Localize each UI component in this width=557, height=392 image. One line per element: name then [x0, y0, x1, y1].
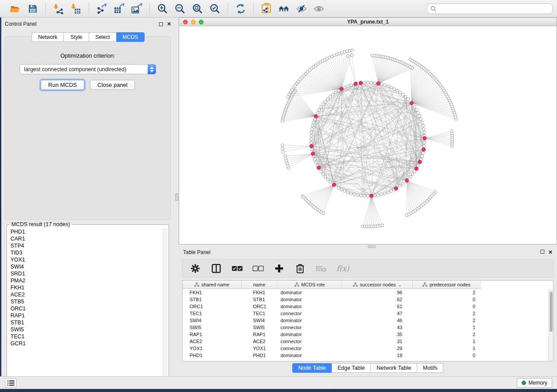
import-network-icon[interactable] — [53, 3, 64, 14]
mcds-result-item[interactable]: ORC1 — [8, 305, 168, 312]
save-session-icon[interactable] — [27, 3, 38, 14]
zoom-out-icon[interactable] — [174, 3, 186, 14]
close-table-panel-icon[interactable]: ✕ — [548, 250, 553, 255]
table-row[interactable]: ORC1ORC1dominator610 — [183, 303, 553, 310]
node-table-header: shared namenameMCDS rolesuccessor nodes⌄… — [183, 281, 553, 289]
mcds-tab-content: Optimization criterion: largest connecte… — [5, 36, 171, 220]
task-history-button[interactable] — [5, 378, 17, 388]
criterion-select[interactable]: largest connected component (undirected) — [20, 64, 156, 74]
hide-graphics-details-icon[interactable] — [296, 3, 307, 14]
mcds-result-item[interactable]: STB5 — [8, 298, 168, 305]
tab-select[interactable]: Select — [89, 32, 116, 42]
table-toolbar: f(x) — [182, 259, 554, 278]
search-input[interactable] — [439, 6, 549, 12]
apply-layout-icon[interactable] — [235, 3, 246, 14]
table-row[interactable]: SWI4SWI4dominator462 — [183, 317, 553, 324]
mcds-result-item[interactable]: SRD1 — [8, 270, 168, 277]
mcds-result-list[interactable]: PHD1CAR1STP4TID3YOX1SWI4SRD1PMA2FKH1ACE2… — [8, 228, 168, 382]
mcds-result-item[interactable]: GCR1 — [8, 340, 168, 347]
mcds-result-title: MCDS result (17 nodes) — [10, 221, 72, 227]
table-panel: Table Panel ✕ — [179, 247, 557, 376]
horizontal-splitter-handle[interactable] — [368, 245, 376, 248]
list-icon — [7, 380, 14, 386]
toolbar-separator — [45, 3, 46, 15]
memory-button[interactable]: Memory — [517, 378, 552, 388]
zoom-fit-icon[interactable] — [192, 3, 203, 14]
run-mcds-button[interactable]: Run MCDS — [41, 80, 84, 90]
mcds-result-item[interactable]: STP4 — [8, 242, 168, 249]
delete-column-icon[interactable] — [294, 263, 306, 274]
vertical-splitter[interactable] — [175, 17, 179, 376]
select-all-rows-icon[interactable] — [232, 263, 243, 274]
table-row[interactable]: STB1STB1dominator620 — [183, 296, 553, 303]
select-stepper-icon — [148, 64, 156, 74]
show-graphics-details-icon[interactable] — [313, 3, 325, 14]
deselect-all-rows-icon[interactable] — [253, 263, 264, 274]
control-panel-tabs: NetworkStyleSelectMCDS — [1, 32, 175, 42]
tab-node-table[interactable]: Node Table — [292, 363, 332, 373]
mcds-result-item[interactable]: PHD1 — [8, 228, 168, 235]
tab-style[interactable]: Style — [63, 32, 89, 42]
delete-table-icon — [315, 263, 327, 274]
import-table-icon[interactable] — [70, 3, 82, 14]
mcds-result-item[interactable]: TEC1 — [8, 333, 168, 340]
tab-mcds[interactable]: MCDS — [116, 32, 145, 42]
add-column-icon[interactable] — [273, 263, 285, 274]
export-table-icon[interactable] — [114, 3, 125, 14]
mcds-result-item[interactable]: TID3 — [8, 249, 168, 256]
mcds-result-item[interactable]: SWI4 — [8, 263, 168, 270]
mcds-result-item[interactable]: YOX1 — [8, 256, 168, 263]
search-field[interactable] — [427, 3, 553, 14]
memory-status-icon — [522, 381, 526, 385]
mcds-result-item[interactable]: CAR1 — [8, 235, 168, 242]
table-row[interactable]: YOX1YOX1connector291 — [183, 345, 553, 352]
tab-network-table[interactable]: Network Table — [370, 363, 417, 373]
table-row[interactable]: PHD1PHD1dominator180 — [183, 352, 553, 359]
column-header-predecessor-nodes[interactable]: predecessor nodes — [413, 281, 481, 289]
toolbar-separator — [89, 3, 89, 15]
export-network-icon[interactable] — [96, 3, 107, 14]
table-scrollbar[interactable] — [548, 289, 553, 361]
home-networks-icon[interactable] — [278, 3, 290, 14]
column-header-successor-nodes[interactable]: successor nodes⌄ — [342, 281, 413, 289]
control-panel: Control Panel ✕ NetworkStyleSelectMCDS O… — [1, 19, 175, 376]
network-window-titlebar[interactable]: YPA_prune.txt_1 — [179, 18, 557, 26]
close-panel-button[interactable]: Close panel — [90, 80, 135, 90]
table-row[interactable]: FKH1FKH1dominator962 — [183, 289, 553, 296]
mcds-result-item[interactable]: SWI5 — [8, 326, 168, 333]
table-row[interactable]: TEC1TEC1connector472 — [183, 310, 553, 317]
mcds-result-item[interactable]: PMA2 — [8, 277, 168, 284]
float-table-panel-icon[interactable] — [540, 250, 544, 254]
zoom-selected-icon[interactable] — [209, 3, 221, 14]
column-header-name[interactable]: name — [242, 281, 277, 289]
open-session-icon[interactable] — [10, 3, 21, 14]
mcds-result-item[interactable]: STB1 — [8, 319, 168, 326]
list-scrollbar[interactable] — [163, 228, 168, 382]
export-network-file-icon[interactable] — [261, 3, 272, 14]
toolbar-separator — [228, 3, 228, 15]
table-row[interactable]: RAP1RAP1dominator352 — [183, 331, 553, 338]
tab-network[interactable]: Network — [31, 32, 63, 42]
splitter-handle[interactable] — [175, 193, 178, 201]
network-canvas[interactable] — [179, 26, 557, 244]
table-settings-gear-icon[interactable] — [190, 263, 201, 274]
table-row[interactable]: ACE2ACE2connector311 — [183, 338, 553, 345]
table-row[interactable]: SWI5SWI5connector431 — [183, 324, 553, 331]
mcds-result-item[interactable]: FKH1 — [8, 284, 168, 291]
float-panel-icon[interactable] — [159, 22, 163, 26]
mcds-result-item[interactable]: ACE2 — [8, 291, 168, 298]
table-scrollbar-thumb[interactable] — [550, 292, 553, 332]
tab-motifs[interactable]: Motifs — [417, 363, 443, 373]
tab-edge-table[interactable]: Edge Table — [332, 363, 370, 373]
column-header-MCDS-role[interactable]: MCDS role — [277, 281, 342, 289]
column-header-shared-name[interactable]: shared name — [183, 281, 242, 289]
table-panel-title: Table Panel — [183, 249, 211, 255]
function-builder-icon: f(x) — [336, 264, 349, 273]
mcds-result-item[interactable]: RAP1 — [8, 312, 168, 319]
node-table[interactable]: shared namenameMCDS rolesuccessor nodes⌄… — [182, 280, 554, 361]
close-panel-icon[interactable]: ✕ — [167, 21, 171, 27]
show-columns-icon[interactable] — [211, 263, 222, 274]
table-panel-tabs: Node TableEdge TableNetwork TableMotifs — [179, 363, 557, 373]
zoom-in-icon[interactable] — [157, 3, 168, 14]
export-image-icon[interactable] — [131, 3, 142, 14]
